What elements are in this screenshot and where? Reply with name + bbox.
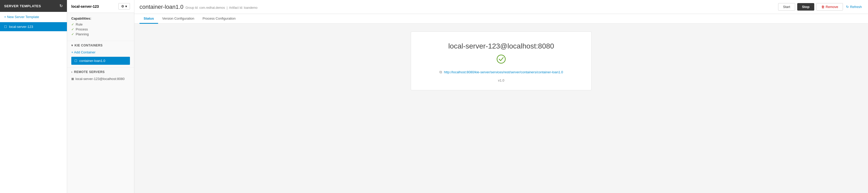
gear-icon: ⚙ (121, 4, 124, 8)
kie-containers-section: ▾ KIE CONTAINERS + Add Container ☐ conta… (67, 41, 134, 68)
main-tabs: Status Version Configuration Process Con… (134, 14, 868, 24)
folder-icon: ☐ (4, 25, 7, 29)
check-icon-rule: ✓ (71, 23, 74, 26)
group-id-label: Group Id: (185, 6, 198, 9)
artifact-id-value: loandemo (244, 6, 257, 9)
tab-version-config-label: Version Configuration (162, 17, 194, 21)
tab-process-configuration[interactable]: Process Configuration (198, 14, 240, 24)
group-id-value: com.redhat.demos (199, 6, 225, 9)
check-icon-planning: ✓ (71, 32, 74, 36)
link-icon: ⧉ (439, 70, 442, 74)
status-ok-icon (497, 55, 506, 66)
start-button[interactable]: Start (778, 3, 795, 10)
container-title: container-loan1.0 (140, 4, 183, 10)
capabilities-section: Capabilities: ✓ Rule ✓ Process ✓ Plannin… (67, 13, 134, 41)
sidebar-title: SERVER TEMPLATES (4, 4, 41, 8)
chevron-down-icon: ▾ (125, 4, 127, 8)
remote-servers-label: REMOTE SERVERS (74, 70, 105, 74)
stop-button[interactable]: Stop (797, 3, 814, 10)
refresh-button[interactable]: ↻ Refresh (845, 3, 863, 10)
tab-status-label: Status (144, 17, 154, 21)
tab-process-config-label: Process Configuration (203, 17, 236, 21)
container-loan-label: container-loan1.0 (79, 59, 105, 63)
status-card: local-server-123@localhost:8080 ⧉ http:/… (411, 31, 592, 90)
sidebar: SERVER TEMPLATES ↻ + New Server Template… (0, 0, 67, 193)
main-body: local-server-123@localhost:8080 ⧉ http:/… (134, 24, 868, 193)
gear-settings-button[interactable]: ⚙ ▾ (118, 3, 130, 9)
remote-servers-header[interactable]: › REMOTE SERVERS (71, 70, 130, 74)
capability-process-label: Process (76, 27, 88, 31)
add-container-link[interactable]: + Add Container (71, 49, 130, 55)
refresh-label: Refresh (850, 5, 862, 9)
capability-rule-label: Rule (76, 23, 83, 26)
kie-containers-chevron: ▾ (71, 43, 73, 47)
kie-containers-header[interactable]: ▾ KIE CONTAINERS (71, 43, 130, 47)
tab-status[interactable]: Status (140, 14, 158, 24)
main-content: container-loan1.0 Group Id: com.redhat.d… (134, 0, 868, 193)
middle-panel-title: local-server-123 (71, 4, 99, 8)
capability-planning: ✓ Planning (71, 32, 130, 36)
tab-version-configuration[interactable]: Version Configuration (158, 14, 198, 24)
kie-containers-label: KIE CONTAINERS (75, 43, 103, 47)
capability-planning-label: Planning (76, 32, 89, 36)
remove-button[interactable]: 🗑 Remove (816, 3, 843, 10)
sidebar-header: SERVER TEMPLATES ↻ (0, 0, 67, 12)
capability-process: ✓ Process (71, 27, 130, 31)
meta-separator: | (226, 6, 227, 9)
trash-icon: 🗑 (821, 5, 825, 9)
new-server-template-link[interactable]: + New Server Template (4, 15, 39, 19)
sidebar-refresh-icon[interactable]: ↻ (59, 4, 63, 8)
sidebar-item-local-server-123[interactable]: ☐ local-server-123 (0, 22, 67, 31)
svg-point-0 (497, 55, 505, 63)
server-icon: ▦ (71, 77, 74, 81)
main-toolbar: container-loan1.0 Group Id: com.redhat.d… (134, 0, 868, 14)
check-icon-process: ✓ (71, 27, 74, 31)
sidebar-server-label: local-server-123 (9, 25, 33, 29)
server-url-link[interactable]: http://localhost:8080/kie-server/service… (444, 70, 563, 74)
new-template-section: + New Server Template (0, 12, 67, 22)
middle-panel: local-server-123 ⚙ ▾ Capabilities: ✓ Rul… (67, 0, 134, 193)
remote-servers-chevron: › (71, 70, 72, 74)
toolbar-actions: Start Stop 🗑 Remove ↻ Refresh (778, 3, 863, 10)
server-url-section: ⧉ http://localhost:8080/kie-server/servi… (439, 70, 563, 74)
toolbar-left: container-loan1.0 Group Id: com.redhat.d… (140, 4, 257, 10)
status-server-name: local-server-123@localhost:8080 (448, 42, 554, 50)
container-loan-item[interactable]: ☐ container-loan1.0 (71, 57, 130, 65)
container-meta-group: Group Id: com.redhat.demos | Artifact Id… (185, 6, 257, 9)
capability-rule: ✓ Rule (71, 23, 130, 26)
container-folder-icon: ☐ (74, 59, 77, 63)
remove-label: Remove (826, 5, 838, 9)
artifact-id-label: Artifact Id: (229, 6, 243, 9)
remote-server-item: ▦ local-server-123@localhost:8080 (71, 76, 130, 82)
server-version: v1.0 (498, 78, 504, 82)
refresh-icon: ↻ (846, 5, 849, 9)
remote-server-name: local-server-123@localhost:8080 (75, 77, 125, 81)
remote-servers-section: › REMOTE SERVERS ▦ local-server-123@loca… (67, 68, 134, 84)
middle-header: local-server-123 ⚙ ▾ (67, 0, 134, 13)
capabilities-title: Capabilities: (71, 17, 130, 21)
